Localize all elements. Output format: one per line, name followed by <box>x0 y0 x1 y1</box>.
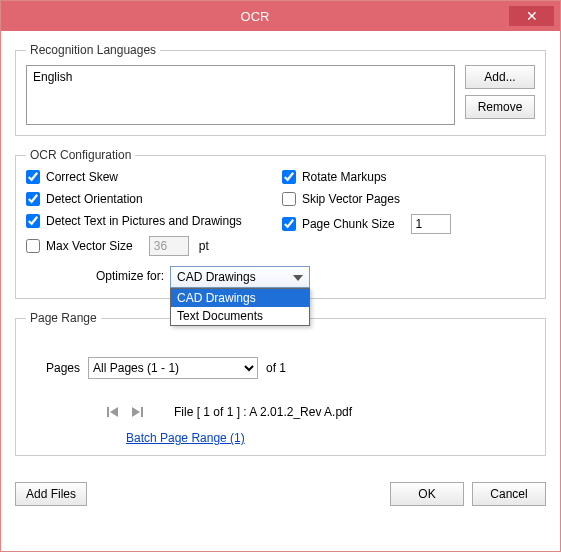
ocr-dialog: OCR ✕ Recognition Languages English Add.… <box>0 0 561 552</box>
optimize-for-list[interactable]: CAD Drawings Text Documents <box>170 288 310 326</box>
next-file-icon[interactable] <box>130 405 144 419</box>
skip-vector-checkbox[interactable] <box>282 192 296 206</box>
correct-skew-checkbox[interactable] <box>26 170 40 184</box>
page-chunk-checkbox[interactable] <box>282 217 296 231</box>
optimize-for-label: Optimize for: <box>96 266 164 283</box>
remove-language-button[interactable]: Remove <box>465 95 535 119</box>
detect-text-pics-checkbox[interactable] <box>26 214 40 228</box>
page-range-group: Page Range Pages All Pages (1 - 1) of 1 <box>15 311 546 456</box>
page-chunk-row: Page Chunk Size <box>282 214 451 234</box>
max-vector-row: Max Vector Size pt <box>26 236 242 256</box>
optimize-option-cad[interactable]: CAD Drawings <box>171 289 309 307</box>
rotate-markups-checkbox[interactable] <box>282 170 296 184</box>
max-vector-label: Max Vector Size <box>46 239 133 253</box>
chevron-down-icon <box>291 271 305 285</box>
ok-button[interactable]: OK <box>390 482 464 506</box>
recognition-languages-legend: Recognition Languages <box>26 43 160 57</box>
page-chunk-input[interactable] <box>411 214 451 234</box>
batch-page-range-link[interactable]: Batch Page Range (1) <box>126 431 245 445</box>
close-icon: ✕ <box>526 8 538 24</box>
optimize-for-display[interactable]: CAD Drawings <box>170 266 310 288</box>
add-files-button[interactable]: Add Files <box>15 482 87 506</box>
pages-label: Pages <box>46 361 80 375</box>
detect-text-pics-row[interactable]: Detect Text in Pictures and Drawings <box>26 214 242 228</box>
file-info-text: File [ 1 of 1 ] : A 2.01.2_Rev A.pdf <box>174 405 352 419</box>
max-vector-checkbox[interactable] <box>26 239 40 253</box>
page-range-legend: Page Range <box>26 311 101 325</box>
detect-orientation-label: Detect Orientation <box>46 192 143 206</box>
optimize-for-selected: CAD Drawings <box>177 270 256 284</box>
max-vector-input <box>149 236 189 256</box>
correct-skew-row[interactable]: Correct Skew <box>26 170 242 184</box>
languages-listbox[interactable]: English <box>26 65 455 125</box>
pages-of-total: of 1 <box>266 361 286 375</box>
close-button[interactable]: ✕ <box>509 6 554 26</box>
svg-rect-1 <box>141 407 143 417</box>
first-file-icon[interactable] <box>106 405 120 419</box>
optimize-option-text[interactable]: Text Documents <box>171 307 309 325</box>
svg-rect-0 <box>107 407 109 417</box>
rotate-markups-label: Rotate Markups <box>302 170 387 184</box>
correct-skew-label: Correct Skew <box>46 170 118 184</box>
pages-dropdown[interactable]: All Pages (1 - 1) <box>88 357 258 379</box>
detect-orientation-checkbox[interactable] <box>26 192 40 206</box>
skip-vector-row[interactable]: Skip Vector Pages <box>282 192 451 206</box>
cancel-button[interactable]: Cancel <box>472 482 546 506</box>
dialog-footer: Add Files OK Cancel <box>1 478 560 506</box>
max-vector-unit: pt <box>199 239 209 253</box>
window-title: OCR <box>1 9 509 24</box>
page-chunk-label: Page Chunk Size <box>302 217 395 231</box>
skip-vector-label: Skip Vector Pages <box>302 192 400 206</box>
rotate-markups-row[interactable]: Rotate Markups <box>282 170 451 184</box>
dialog-content: Recognition Languages English Add... Rem… <box>1 31 560 478</box>
titlebar: OCR ✕ <box>1 1 560 31</box>
detect-text-pics-label: Detect Text in Pictures and Drawings <box>46 214 242 228</box>
add-language-button[interactable]: Add... <box>465 65 535 89</box>
recognition-languages-group: Recognition Languages English Add... Rem… <box>15 43 546 136</box>
detect-orientation-row[interactable]: Detect Orientation <box>26 192 242 206</box>
ocr-configuration-legend: OCR Configuration <box>26 148 135 162</box>
ocr-configuration-group: OCR Configuration Correct Skew Detect Or… <box>15 148 546 299</box>
language-item[interactable]: English <box>33 70 448 84</box>
optimize-for-dropdown[interactable]: CAD Drawings CAD Drawings Text Documents <box>170 266 310 288</box>
